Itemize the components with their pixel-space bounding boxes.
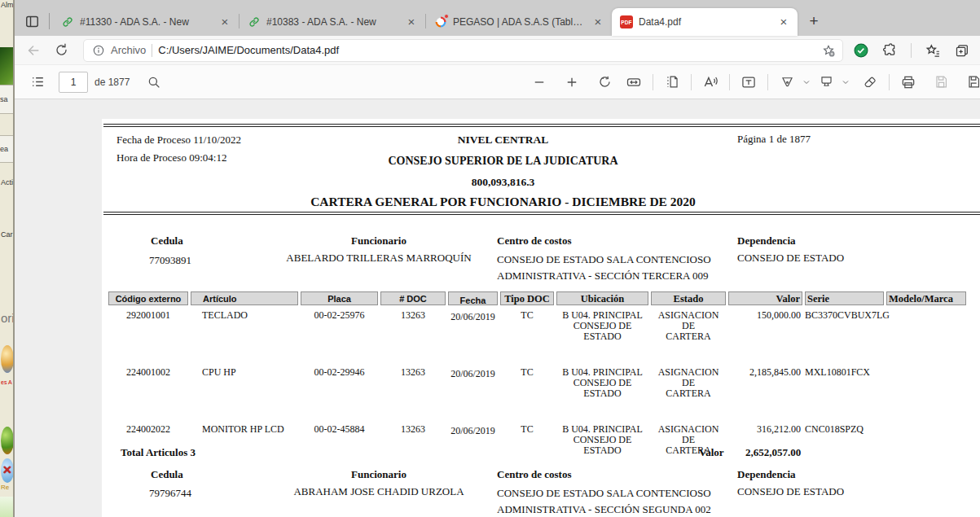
browser-window: #11330 - ADA S.A. - New × #10383 - ADA S… [15, 0, 980, 517]
dependencia-value: CONSEJO DE ESTADO [737, 252, 844, 265]
back-button[interactable] [21, 38, 46, 63]
add-text-button[interactable] [736, 69, 762, 95]
refresh-button[interactable] [49, 38, 73, 63]
report-title: CARTERA GENERAL POR FUNCIONARIO - DICIEM… [102, 195, 904, 209]
search-icon [147, 75, 161, 90]
centro-costos-value: CONSEJO DE ESTADO SALA CONTENCIOSO ADMIN… [497, 485, 737, 517]
save-button[interactable] [928, 69, 954, 95]
page-count-label: de 1877 [94, 77, 130, 88]
column-header: Código externo [108, 291, 188, 305]
table-cell [886, 366, 966, 399]
column-header: Artículo [191, 291, 298, 305]
tab-actions-menu-button[interactable] [18, 7, 46, 35]
save-as-button[interactable] [960, 69, 980, 95]
dependencia-label: Dependencia [737, 468, 796, 481]
draw-button[interactable] [774, 69, 800, 95]
read-aloud-button[interactable] [697, 69, 723, 95]
background-text-fragment: Re [1, 484, 15, 491]
search-document-button[interactable] [141, 69, 167, 95]
funcionario-label: Funcionario [240, 468, 517, 481]
url-text: C:/Users/JAIME/Documents/Data4.pdf [158, 44, 815, 56]
pegaso-icon [434, 15, 447, 28]
divider [767, 74, 768, 90]
column-header: # DOC [380, 291, 446, 305]
print-button[interactable] [895, 69, 921, 95]
table-cell: 292001001 [108, 309, 188, 342]
eraser-icon [863, 74, 878, 90]
info-icon [92, 44, 105, 57]
tab-bar: #11330 - ADA S.A. - New × #10383 - ADA S… [15, 0, 980, 36]
table-cell: MONITOR HP LCD [191, 423, 298, 456]
add-text-icon [740, 74, 757, 90]
address-field[interactable]: Archivo C:/Users/JAIME/Documents/Data4.p… [83, 39, 843, 62]
security-check-icon[interactable] [853, 42, 869, 59]
column-header: Estado [651, 291, 726, 305]
tab-ticket-11330[interactable]: #11330 - ADA S.A. - New × [53, 8, 239, 36]
highlight-button[interactable] [813, 69, 839, 95]
divider [152, 44, 152, 57]
table-cell: B U04. PRINCIPAL CONSEJO DE ESTADO [556, 309, 648, 342]
rotate-button[interactable] [591, 69, 617, 95]
tab-close-button[interactable]: × [218, 15, 232, 29]
table-of-contents-button[interactable] [24, 69, 51, 95]
tab-close-button[interactable]: × [776, 15, 791, 29]
table-cell: BC3370CVBUX7LG [805, 309, 884, 342]
background-text-fragment: es A [1, 379, 15, 385]
extensions-puzzle-icon[interactable] [882, 42, 898, 58]
tab-ticket-10383[interactable]: #10383 - ADA S.A. - New × [240, 8, 425, 36]
table-cell: MXL10801FCX [805, 366, 884, 399]
table-cell: 20/06/2019 [448, 309, 498, 342]
assets-table: Código externoArtículoPlaca# DOCFechaTip… [108, 291, 969, 456]
collections-icon[interactable] [954, 42, 970, 59]
table-cell [886, 423, 966, 456]
zoom-in-button[interactable] [559, 69, 585, 95]
table-row: 292001001TECLADO00-02-259761326320/06/20… [108, 309, 969, 342]
funcionario-label: Funcionario [240, 234, 517, 248]
table-cell: 13263 [380, 309, 446, 342]
page-view-icon [665, 74, 680, 90]
tab-pegaso[interactable]: PEGASO | ADA S.A.S (Tablero) × [426, 8, 612, 36]
tab-data4-pdf-active[interactable]: PDF Data4.pdf × [612, 8, 798, 36]
add-favorite-star-icon[interactable] [821, 43, 836, 58]
highlight-options-chevron[interactable] [839, 69, 852, 95]
table-cell: 00-02-25976 [301, 309, 378, 342]
tab-title: #10383 - ADA S.A. - New [266, 16, 398, 28]
tab-close-button[interactable]: × [591, 15, 605, 29]
zoom-out-button[interactable] [526, 69, 552, 95]
fit-to-width-button[interactable] [621, 69, 647, 95]
background-button-fragment: ea [0, 135, 14, 163]
new-tab-button[interactable]: + [802, 10, 825, 33]
centro-costos-label: Centro de costos [497, 234, 571, 248]
table-cell: TC [500, 423, 554, 456]
table-cell: ASIGNACION DE CARTERA [651, 366, 726, 399]
page-number-input[interactable] [59, 72, 88, 93]
page-view-button[interactable] [659, 69, 685, 95]
refresh-icon [54, 42, 69, 58]
draw-options-chevron[interactable] [800, 69, 813, 95]
background-window-sliver: Alm sa ea Acti Car ori es A Re [0, 0, 15, 517]
background-text-fragment: ori [1, 311, 15, 325]
divider [103, 124, 980, 127]
tab-close-button[interactable]: × [404, 15, 419, 29]
address-bar-actions [853, 42, 970, 59]
chevron-down-icon [841, 77, 850, 87]
url-scheme-label: Archivo [111, 44, 146, 56]
cedula-value: 77093891 [149, 254, 191, 267]
table-cell: 13263 [380, 423, 446, 456]
pdf-viewer-area[interactable]: Fecha de Proceso 11/10/2022 Hora de Proc… [15, 99, 980, 517]
table-cell: 224001002 [108, 366, 188, 399]
table-cell: 20/06/2019 [448, 423, 498, 456]
cedula-label: Cedula [151, 234, 183, 248]
background-icon-fragment [1, 345, 14, 373]
link-icon [61, 15, 74, 28]
chevron-down-icon [802, 77, 811, 87]
fit-width-icon [626, 74, 642, 90]
divider [889, 74, 890, 90]
background-globe-icon [1, 458, 14, 483]
favorites-star-list-icon[interactable] [925, 42, 941, 59]
erase-button[interactable] [857, 69, 883, 95]
column-header: Modelo/Marca [886, 291, 966, 305]
pdf-toolbar: de 1877 [15, 65, 980, 99]
tab-title: PEGASO | ADA S.A.S (Tablero) [453, 16, 585, 28]
back-arrow-icon [25, 42, 42, 59]
